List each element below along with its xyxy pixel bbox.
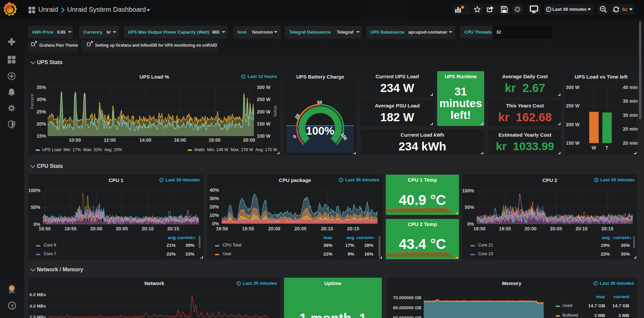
svg-text:50: 50 xyxy=(317,100,322,105)
svg-text:?: ? xyxy=(10,303,13,309)
svg-text:20: 20 xyxy=(294,113,301,120)
